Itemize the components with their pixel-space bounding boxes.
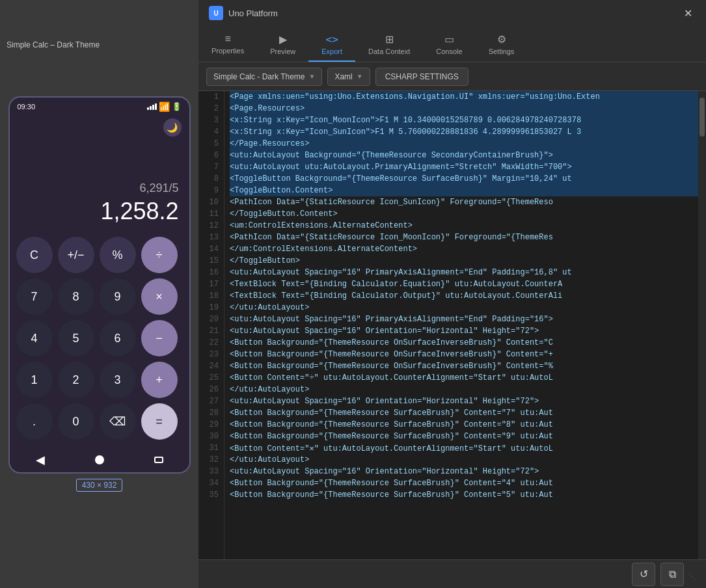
copy-button[interactable]: ⧉ xyxy=(660,563,684,586)
app-title: Uno Platform xyxy=(228,8,278,18)
line-number: 14 xyxy=(198,243,224,255)
btn-clear[interactable]: C xyxy=(16,237,53,273)
btn-6[interactable]: 6 xyxy=(100,320,136,356)
tab-preview-label: Preview xyxy=(270,47,295,55)
line-number: 4 xyxy=(198,126,224,138)
status-time: 09:30 xyxy=(18,103,36,111)
btn-divide[interactable]: ÷ xyxy=(141,237,178,273)
line-number: 6 xyxy=(198,150,224,161)
code-line[interactable]: <Button Content="÷" utu:AutoLayout.Count… xyxy=(230,372,698,384)
btn-9[interactable]: 9 xyxy=(100,278,136,315)
resize-handle: ⋱ xyxy=(689,570,698,579)
code-line[interactable]: <Button Background="{ThemeResource OnSur… xyxy=(230,349,698,360)
tab-data-context[interactable]: ⊞ Data Context xyxy=(355,26,423,62)
btn-multiply[interactable]: × xyxy=(141,278,178,315)
btn-backspace[interactable]: ⌫ xyxy=(100,403,136,440)
code-line[interactable]: <ToggleButton Background="{ThemeResource… xyxy=(230,173,698,185)
code-line[interactable]: <TextBlock Text="{Binding Calculator.Out… xyxy=(230,290,698,302)
code-line[interactable]: <ToggleButton.Content> xyxy=(230,185,698,196)
code-line[interactable]: <Button Background="{ThemeResource Surfa… xyxy=(230,477,698,489)
btn-5[interactable]: 5 xyxy=(58,320,94,356)
btn-percent[interactable]: % xyxy=(100,237,136,273)
nav-home-icon[interactable] xyxy=(95,455,104,464)
lang-dropdown[interactable]: Xaml ▼ xyxy=(327,68,370,86)
csharp-settings-button[interactable]: CSHARP SETTINGS xyxy=(375,68,468,86)
status-icons: 📶 🔋 xyxy=(147,101,182,112)
code-line[interactable]: <Button Background="{ThemeResource Surfa… xyxy=(230,431,698,442)
theme-dropdown-arrow-icon: ▼ xyxy=(308,73,315,80)
tab-console[interactable]: ▭ Console xyxy=(423,26,475,62)
btn-row-5: . 0 ⌫ = xyxy=(16,403,183,440)
code-line[interactable]: </ToggleButton.Content> xyxy=(230,208,698,220)
phone-size-label: 430 × 932 xyxy=(76,479,123,492)
refresh-button[interactable]: ↺ xyxy=(632,563,655,586)
btn-negate[interactable]: +/− xyxy=(58,237,94,273)
btn-7[interactable]: 7 xyxy=(16,278,53,315)
line-number: 32 xyxy=(198,454,224,466)
tab-preview[interactable]: ▶ Preview xyxy=(257,26,308,62)
code-line[interactable]: <x:String x:Key="Icon_MoonIcon">F1 M 10.… xyxy=(230,114,698,126)
tab-settings[interactable]: ⚙ Settings xyxy=(476,26,528,62)
code-line[interactable]: <x:String x:Key="Icon_SunIcon">F1 M 5.76… xyxy=(230,126,698,138)
code-line[interactable]: <Button Content="✕" utu:AutoLayout.Count… xyxy=(230,442,698,454)
btn-subtract[interactable]: − xyxy=(141,320,178,356)
tab-properties[interactable]: ≡ Properties xyxy=(198,26,257,62)
btn-add[interactable]: + xyxy=(141,362,178,398)
code-line[interactable]: <Page.Resources> xyxy=(230,103,698,114)
code-line[interactable]: </Page.Resources> xyxy=(230,138,698,150)
code-line[interactable]: <PathIcon Data="{StaticResource Icon_Sun… xyxy=(230,196,698,208)
code-line[interactable]: <utu:AutoLayout Spacing="16" PrimaryAxis… xyxy=(230,267,698,278)
code-line[interactable]: </um:ControlExtensions.AlternateContent> xyxy=(230,243,698,255)
btn-1[interactable]: 1 xyxy=(16,362,53,398)
code-line[interactable]: </utu:AutoLayout> xyxy=(230,302,698,314)
code-line[interactable]: </utu:AutoLayout> xyxy=(230,384,698,395)
code-line[interactable]: <utu:AutoLayout utu:AutoLayout.PrimaryAl… xyxy=(230,161,698,173)
scrollbar-thumb[interactable] xyxy=(699,98,705,137)
moon-icon[interactable]: 🌙 xyxy=(163,118,182,137)
theme-dropdown[interactable]: Simple Calc - Dark Theme ▼ xyxy=(206,68,322,86)
close-button[interactable]: ✕ xyxy=(680,5,696,21)
calc-equation: 6,291/5 xyxy=(139,181,178,195)
code-line[interactable]: <Button Background="{ThemeResource Surfa… xyxy=(230,489,698,501)
code-line[interactable]: <PathIcon Data="{StaticResource Icon_Moo… xyxy=(230,232,698,243)
code-line[interactable]: <Button Background="{ThemeResource OnSur… xyxy=(230,360,698,372)
nav-recents-icon[interactable] xyxy=(154,457,163,463)
btn-zero[interactable]: 0 xyxy=(58,403,94,440)
btn-4[interactable]: 4 xyxy=(16,320,53,356)
code-line[interactable]: <Button Background="{ThemeResource Surfa… xyxy=(230,419,698,431)
left-panel: Simple Calc – Dark Theme 09:30 📶 🔋 🌙 6, xyxy=(0,0,198,588)
tab-export-label: Export xyxy=(321,47,342,55)
code-line[interactable]: <Button Background="{ThemeResource Surfa… xyxy=(230,407,698,419)
line-number: 1 xyxy=(198,91,224,103)
line-number: 19 xyxy=(198,302,224,314)
btn-2[interactable]: 2 xyxy=(58,362,94,398)
code-line[interactable]: <utu:AutoLayout Spacing="16" Orientation… xyxy=(230,325,698,337)
code-line[interactable]: </ToggleButton> xyxy=(230,255,698,267)
btn-row-1: C +/− % ÷ xyxy=(16,237,183,273)
btn-equals[interactable]: = xyxy=(141,403,178,440)
line-number: 2 xyxy=(198,103,224,114)
code-line[interactable]: <utu:AutoLayout Background="{ThemeResour… xyxy=(230,150,698,161)
uno-logo: U xyxy=(209,6,223,20)
code-line[interactable]: <um:ControlExtensions.AlternateContent> xyxy=(230,220,698,232)
code-line[interactable]: <utu:AutoLayout Spacing="16" Orientation… xyxy=(230,466,698,477)
code-area[interactable]: <Page xmlns:uen="using:Uno.Extensions.Na… xyxy=(224,91,698,559)
code-line[interactable]: </utu:AutoLayout> xyxy=(230,454,698,466)
tab-export[interactable]: <> Export xyxy=(308,26,355,62)
btn-3[interactable]: 3 xyxy=(100,362,136,398)
console-icon: ▭ xyxy=(444,33,454,46)
code-line[interactable]: <Page xmlns:uen="using:Uno.Extensions.Na… xyxy=(230,91,698,103)
line-number: 22 xyxy=(198,337,224,349)
lang-dropdown-arrow-icon: ▼ xyxy=(357,73,363,80)
resize-icon: ⋱ xyxy=(689,573,696,580)
code-line[interactable]: <utu:AutoLayout Spacing="16" PrimaryAxis… xyxy=(230,314,698,325)
calc-display: 6,291/5 1,258.2 xyxy=(10,139,189,232)
code-line[interactable]: <utu:AutoLayout Spacing="16" Orientation… xyxy=(230,395,698,407)
line-number: 27 xyxy=(198,395,224,407)
nav-back-icon[interactable]: ◀ xyxy=(36,453,45,467)
code-line[interactable]: <TextBlock Text="{Binding Calculator.Equ… xyxy=(230,278,698,290)
btn-8[interactable]: 8 xyxy=(58,278,94,315)
scrollbar-track[interactable] xyxy=(698,91,706,559)
btn-dot[interactable]: . xyxy=(16,403,53,440)
code-line[interactable]: <Button Background="{ThemeResource OnSur… xyxy=(230,337,698,349)
